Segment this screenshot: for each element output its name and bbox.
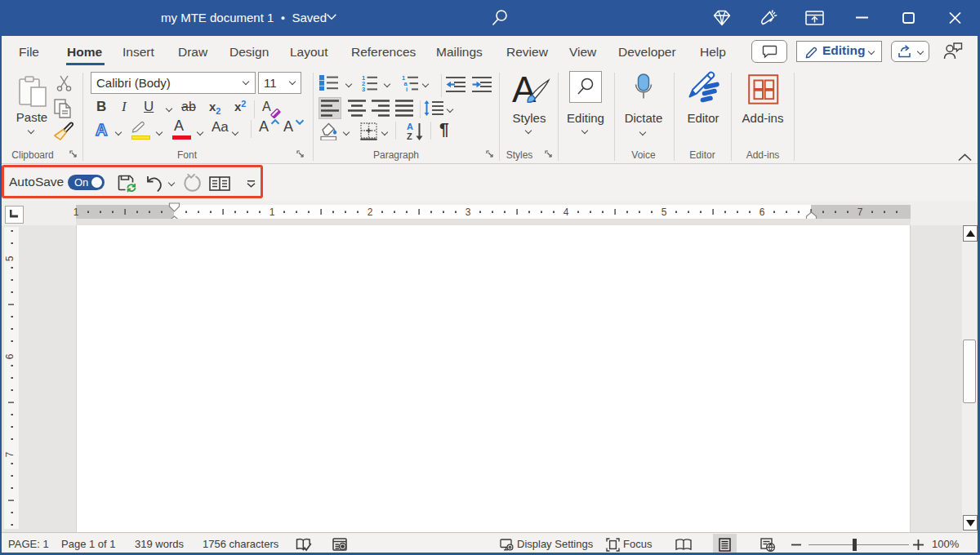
svg-text:1: 1 xyxy=(270,206,275,218)
svg-text:7: 7 xyxy=(858,206,863,218)
svg-text:Z: Z xyxy=(407,131,412,141)
svg-text:6: 6 xyxy=(4,353,16,359)
svg-text:3: 3 xyxy=(466,206,471,218)
svg-text:5: 5 xyxy=(662,206,667,218)
svg-text:2: 2 xyxy=(368,206,373,218)
svg-text:4: 4 xyxy=(564,206,569,218)
svg-text:6: 6 xyxy=(760,206,765,218)
svg-text:3: 3 xyxy=(362,86,365,91)
svg-text:i: i xyxy=(406,86,408,91)
svg-text:5: 5 xyxy=(4,255,16,261)
svg-text:A: A xyxy=(407,122,413,131)
svg-text:7: 7 xyxy=(4,451,16,457)
svg-text:1: 1 xyxy=(74,206,79,218)
